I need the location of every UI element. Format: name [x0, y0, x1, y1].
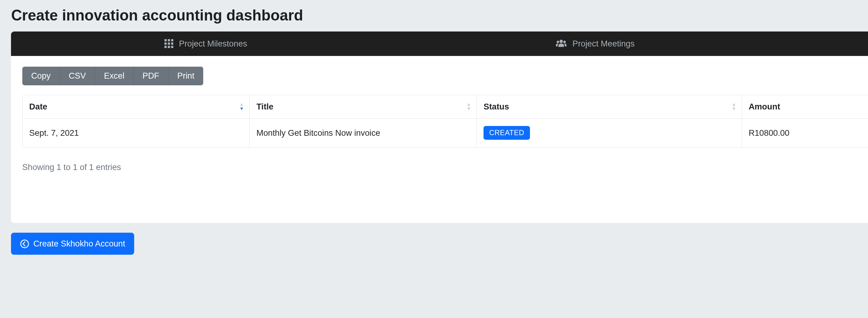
arrow-left-circle-icon: [20, 239, 29, 248]
main-card: Project Milestones Project Meetings Proj…: [11, 31, 868, 223]
column-header-amount[interactable]: Amount ▲▼: [742, 95, 868, 119]
status-badge: CREATED: [484, 126, 530, 140]
cell-status: CREATED: [477, 119, 742, 147]
sort-icon: ▲▼: [239, 103, 244, 111]
svg-point-9: [560, 40, 563, 43]
cell-amount: R10800.00: [742, 119, 868, 147]
column-header-label: Title: [256, 102, 274, 111]
page-title: Create innovation accounting dashboard: [11, 7, 303, 24]
svg-point-10: [557, 41, 559, 43]
cta-label: Create Skhokho Account: [33, 239, 125, 249]
users-icon: [556, 39, 567, 48]
tab-documents[interactable]: Project Documents: [790, 31, 868, 56]
grid-icon: [164, 39, 173, 48]
svg-rect-3: [164, 42, 166, 45]
svg-point-47: [21, 240, 28, 248]
sort-icon: ▲▼: [467, 103, 471, 111]
svg-rect-5: [171, 42, 173, 45]
export-button-group: Copy CSV Excel PDF Print: [22, 67, 203, 85]
tabs: Project Milestones Project Meetings Proj…: [11, 31, 868, 56]
tab-label: Project Milestones: [179, 39, 247, 49]
svg-rect-4: [168, 42, 170, 45]
column-header-title[interactable]: Title ▲▼: [250, 95, 477, 119]
svg-rect-0: [164, 39, 166, 41]
column-header-label: Amount: [748, 102, 780, 111]
svg-rect-2: [171, 39, 173, 41]
column-header-label: Status: [484, 102, 509, 111]
svg-rect-7: [168, 46, 170, 48]
svg-rect-8: [171, 46, 173, 48]
column-header-status[interactable]: Status ▲▼: [477, 95, 742, 119]
tab-meetings[interactable]: Project Meetings: [400, 31, 790, 56]
create-account-button[interactable]: Create Skhokho Account: [11, 233, 134, 255]
svg-rect-1: [168, 39, 170, 41]
sort-icon: ▲▼: [732, 103, 736, 111]
cell-title: Monthly Get Bitcoins Now invoice: [250, 119, 477, 147]
tab-milestones[interactable]: Project Milestones: [11, 31, 400, 56]
copy-button[interactable]: Copy: [22, 67, 60, 85]
column-header-date[interactable]: Date ▲▼: [23, 95, 250, 119]
excel-button[interactable]: Excel: [95, 67, 133, 85]
column-header-label: Date: [29, 102, 48, 111]
svg-point-11: [564, 41, 566, 43]
print-button[interactable]: Print: [168, 67, 203, 85]
svg-rect-6: [164, 46, 166, 48]
cell-date: Sept. 7, 2021: [23, 119, 250, 147]
table-row: Sept. 7, 2021 Monthly Get Bitcoins Now i…: [23, 119, 868, 147]
invoices-table: Date ▲▼ Title ▲▼ Status ▲▼: [22, 95, 868, 148]
csv-button[interactable]: CSV: [60, 67, 95, 85]
showing-text: Showing 1 to 1 of 1 entries: [22, 162, 121, 172]
tab-label: Project Meetings: [572, 39, 634, 49]
pdf-button[interactable]: PDF: [133, 67, 168, 85]
